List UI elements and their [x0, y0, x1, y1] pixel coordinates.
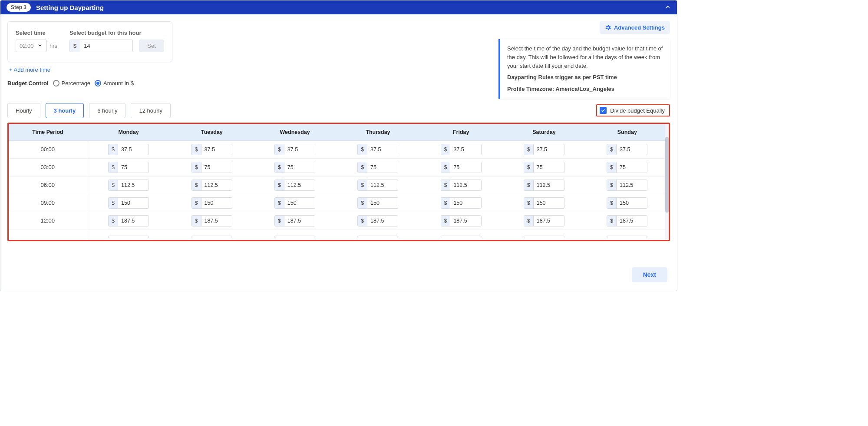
dollar-icon: $ — [524, 144, 534, 155]
cell-value-input[interactable] — [450, 180, 481, 190]
cell-value-input[interactable] — [617, 180, 647, 190]
cell-value-input[interactable] — [284, 144, 315, 155]
cell-input-wrap: $ — [607, 197, 647, 209]
time-select[interactable]: 02:00 — [16, 40, 47, 52]
cell-value-input[interactable] — [450, 162, 481, 173]
cell-input-wrap: $ — [191, 144, 232, 155]
dollar-icon: $ — [524, 198, 534, 208]
cell-value-input[interactable] — [450, 216, 481, 226]
value-cell — [419, 230, 502, 240]
dollar-icon: $ — [109, 198, 118, 208]
cell-value-input[interactable] — [367, 162, 398, 173]
radio-amount[interactable]: Amount In $ — [95, 80, 134, 87]
cell-input-wrap: $ — [524, 180, 564, 191]
cell-value-input[interactable] — [534, 198, 564, 208]
cell-value-input[interactable] — [284, 162, 315, 173]
cell-value-input[interactable] — [367, 180, 398, 190]
cell-value-input[interactable] — [367, 198, 398, 208]
cell-value-input[interactable] — [201, 198, 232, 208]
add-more-time-link[interactable]: + Add more time — [9, 67, 50, 73]
tab-hourly[interactable]: Hourly — [7, 103, 40, 118]
dollar-icon: $ — [275, 144, 284, 155]
cell-value-input[interactable] — [617, 198, 647, 208]
dollar-icon: $ — [192, 198, 201, 208]
value-cell — [337, 230, 419, 240]
table-row: 12:00$$$$$$$ — [9, 212, 669, 230]
collapse-toggle[interactable] — [665, 4, 671, 11]
scrollbar-thumb[interactable] — [665, 137, 669, 213]
next-button[interactable]: Next — [632, 267, 667, 282]
cell-input-wrap: $ — [357, 215, 398, 226]
value-cell: $ — [337, 194, 419, 212]
value-cell: $ — [87, 176, 170, 194]
value-cell: $ — [502, 176, 585, 194]
tab-6hourly[interactable]: 6 hourly — [89, 103, 125, 118]
cell-input-wrap: $ — [191, 215, 232, 226]
cell-value-input[interactable] — [284, 216, 315, 226]
cell-value-input[interactable] — [617, 162, 647, 173]
cell-input-wrap — [524, 236, 564, 238]
value-cell: $ — [419, 140, 502, 158]
checkbox-checked-icon — [600, 107, 607, 114]
value-cell: $ — [586, 194, 669, 212]
dollar-icon: $ — [275, 180, 284, 190]
page-frame: Step 3 Setting up Dayparting Select time… — [0, 0, 677, 291]
dollar-icon: $ — [607, 144, 617, 155]
radio-amount-label: Amount In $ — [103, 80, 134, 87]
cell-input-wrap — [108, 236, 149, 238]
dollar-icon: $ — [524, 180, 534, 190]
cell-value-input[interactable] — [617, 144, 647, 155]
cell-value-input[interactable] — [534, 180, 564, 190]
advanced-settings-label: Advanced Settings — [614, 24, 665, 31]
cell-value-input[interactable] — [201, 162, 232, 173]
divide-equally-checkbox[interactable]: Divide budget Equally — [596, 104, 670, 116]
time-cell: 00:00 — [9, 140, 87, 158]
dollar-icon: $ — [358, 162, 367, 173]
cell-value-input[interactable] — [201, 144, 232, 155]
scrollbar-track[interactable] — [665, 124, 669, 240]
cell-value-input[interactable] — [534, 162, 564, 173]
budget-input[interactable] — [80, 40, 132, 52]
cell-value-input[interactable] — [367, 144, 398, 155]
cell-value-input[interactable] — [367, 216, 398, 226]
cell-value-input[interactable] — [284, 180, 315, 190]
chevron-down-icon — [37, 43, 43, 49]
set-button[interactable]: Set — [139, 40, 164, 52]
th-thursday: Thursday — [337, 124, 419, 141]
radio-percentage[interactable]: Percentage — [53, 80, 91, 87]
cell-input-wrap: $ — [108, 197, 149, 209]
cell-value-input[interactable] — [201, 180, 232, 190]
cell-value-input[interactable] — [118, 216, 149, 226]
cell-input-wrap: $ — [274, 197, 315, 209]
dollar-icon: $ — [441, 162, 451, 173]
tab-3hourly[interactable]: 3 hourly — [46, 103, 84, 118]
tab-12hourly[interactable]: 12 hourly — [131, 103, 170, 118]
cell-input-wrap: $ — [108, 180, 149, 191]
dollar-icon: $ — [358, 216, 367, 226]
cell-value-input[interactable] — [118, 162, 149, 173]
cell-value-input[interactable] — [617, 216, 647, 226]
th-monday: Monday — [87, 124, 170, 141]
cell-value-input[interactable] — [118, 198, 149, 208]
cell-input-wrap: $ — [441, 180, 482, 191]
dollar-icon: $ — [607, 198, 617, 208]
cell-value-input[interactable] — [118, 180, 149, 190]
dollar-icon: $ — [192, 216, 201, 226]
value-cell: $ — [337, 158, 419, 176]
cell-input-wrap: $ — [108, 162, 149, 173]
cell-input-wrap: $ — [191, 180, 232, 191]
cell-input-wrap: $ — [357, 180, 398, 191]
cell-input-wrap: $ — [357, 144, 398, 155]
dollar-icon: $ — [109, 180, 118, 190]
cell-input-wrap: $ — [191, 197, 232, 209]
cell-value-input[interactable] — [534, 216, 564, 226]
cell-value-input[interactable] — [118, 144, 149, 155]
cell-value-input[interactable] — [450, 144, 481, 155]
time-budget-card: Select time 02:00 hrs Selec — [7, 21, 172, 62]
advanced-settings-button[interactable]: Advanced Settings — [600, 21, 670, 34]
cell-value-input[interactable] — [201, 216, 232, 226]
cell-value-input[interactable] — [534, 144, 564, 155]
cell-value-input[interactable] — [284, 198, 315, 208]
value-cell: $ — [170, 140, 253, 158]
cell-value-input[interactable] — [450, 198, 481, 208]
